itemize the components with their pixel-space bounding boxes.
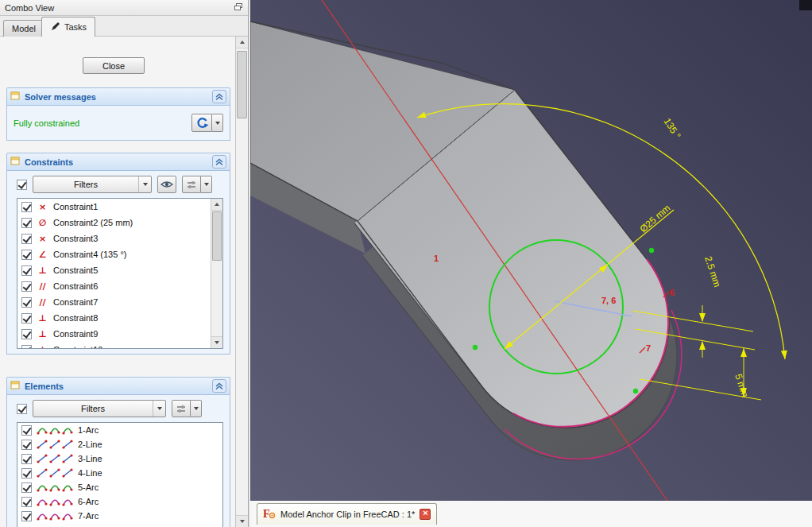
constraint-row[interactable]: //Constraint6 xyxy=(17,278,222,294)
constraint-row[interactable]: ⊥Constraint10 xyxy=(17,342,222,349)
settings-button[interactable] xyxy=(172,400,191,417)
constraints-master-checkbox[interactable] xyxy=(17,180,27,190)
constraints-filter-dropdown[interactable]: Filters xyxy=(33,176,152,193)
document-tab[interactable]: F Model Anchor Clip in FreeCAD : 1* xyxy=(257,503,437,525)
sketch-point[interactable] xyxy=(649,248,654,253)
constraint-checkbox[interactable] xyxy=(21,281,32,292)
refresh-dropdown[interactable] xyxy=(212,114,223,132)
elements-body: Filters 1-Arc 2-Line 3-Lin xyxy=(6,394,230,527)
collapse-button[interactable] xyxy=(212,90,226,103)
elements-filter-dropdown[interactable]: Filters xyxy=(33,400,166,417)
element-checkbox[interactable] xyxy=(21,497,32,507)
constraint-checkbox[interactable] xyxy=(21,202,32,212)
element-checkbox[interactable] xyxy=(21,425,32,436)
refresh-icon xyxy=(195,116,209,130)
element-row[interactable]: 4-Line xyxy=(17,466,222,480)
diameter-constraint-icon: ∅ xyxy=(37,218,48,228)
element-row[interactable]: 3-Line xyxy=(17,451,222,466)
dof-label: 7 xyxy=(646,343,651,353)
collapse-button[interactable] xyxy=(212,379,226,393)
element-label: 2-Line xyxy=(78,440,102,449)
element-checkbox[interactable] xyxy=(21,511,32,521)
constraint-checkbox[interactable] xyxy=(21,313,32,324)
scroll-up-arrow[interactable] xyxy=(236,37,248,48)
constraint-row[interactable]: ∠Constraint4 (135 °) xyxy=(17,246,222,262)
task-panel: Close Solver messages Fully constrained xyxy=(0,37,235,527)
settings-dropdown[interactable] xyxy=(191,400,202,417)
constraints-list-scrollbar[interactable] xyxy=(211,199,222,348)
freecad-window: Combo View Model Tasks Close xyxy=(0,0,812,527)
constraint-row[interactable]: //Constraint7 xyxy=(17,294,222,310)
arc-icon xyxy=(37,497,73,506)
freecad-icon: F xyxy=(263,507,276,521)
collapse-button[interactable] xyxy=(212,155,226,169)
tab-tasks[interactable]: Tasks xyxy=(41,17,95,37)
element-checkbox[interactable] xyxy=(21,482,32,493)
constraint-row[interactable]: ⊥Constraint5 xyxy=(17,262,222,278)
element-label: 1-Arc xyxy=(78,425,99,435)
element-checkbox[interactable] xyxy=(21,468,32,479)
constraint-row[interactable]: ⊥Constraint8 xyxy=(17,310,222,326)
element-label: 5-Arc xyxy=(78,482,99,492)
close-task-button[interactable]: Close xyxy=(83,57,145,74)
close-document-button[interactable] xyxy=(420,509,431,520)
constraints-body: Filters × xyxy=(6,170,230,355)
combo-view-titlebar: Combo View xyxy=(0,0,248,16)
3d-viewport[interactable]: Ø25 mm 135 ° 2.5 mm 5 mm xyxy=(250,0,812,501)
panel-icon xyxy=(10,155,21,169)
element-checkbox[interactable] xyxy=(21,454,32,464)
constraint-checkbox[interactable] xyxy=(21,297,32,308)
constraint-row[interactable]: ×Constraint1 xyxy=(17,199,222,215)
panel-scrollbar[interactable] xyxy=(235,37,248,527)
constraint-checkbox[interactable] xyxy=(21,218,32,228)
element-label: 6-Arc xyxy=(78,497,99,506)
tab-model[interactable]: Model xyxy=(3,20,44,37)
constraint-checkbox[interactable] xyxy=(21,265,32,276)
scroll-down-arrow[interactable] xyxy=(236,515,248,527)
solver-messages-title: Solver messages xyxy=(25,92,208,102)
chevron-up-icon xyxy=(215,93,224,101)
constraints-list: ×Constraint1 ∅Constraint2 (25 mm) ×Const… xyxy=(17,198,223,349)
constraint-checkbox[interactable] xyxy=(21,345,32,350)
constraints-title: Constraints xyxy=(25,157,208,167)
element-checkbox[interactable] xyxy=(21,440,32,450)
element-row[interactable]: 6-Arc xyxy=(17,494,222,509)
show-hide-constraints-button[interactable] xyxy=(157,176,176,193)
constraint-label: Constraint2 (25 mm) xyxy=(53,218,133,227)
refresh-button[interactable] xyxy=(191,114,212,132)
element-row[interactable]: 7-Arc xyxy=(17,509,222,523)
scrollbar-thumb[interactable] xyxy=(237,51,247,118)
elements-master-checkbox[interactable] xyxy=(17,404,27,414)
scroll-up-arrow[interactable] xyxy=(211,199,222,211)
constraint-checkbox[interactable] xyxy=(21,250,32,260)
chevron-up-icon xyxy=(215,382,224,390)
settings-dropdown[interactable] xyxy=(201,176,212,193)
arc-icon xyxy=(37,482,73,492)
scrollbar-thumb[interactable] xyxy=(212,211,222,261)
element-row[interactable]: 5-Arc xyxy=(17,480,222,494)
scroll-down-arrow[interactable] xyxy=(211,336,222,348)
constraint-row[interactable]: ×Constraint3 xyxy=(17,231,222,246)
perpendicular-constraint-icon: ⊥ xyxy=(37,329,48,339)
constraint-label: Constraint7 xyxy=(53,297,98,307)
constraint-row[interactable]: ⊥Constraint9 xyxy=(17,326,222,342)
element-row[interactable]: 2-Line xyxy=(17,437,222,451)
float-panel-icon[interactable] xyxy=(234,2,243,13)
sketch-point[interactable] xyxy=(473,345,478,350)
element-label: 4-Line xyxy=(78,468,102,478)
constraint-row[interactable]: ∅Constraint2 (25 mm) xyxy=(17,215,222,231)
solver-messages-body: Fully constrained xyxy=(6,105,230,141)
elements-title: Elements xyxy=(25,382,208,391)
line-icon xyxy=(37,454,73,463)
eye-icon xyxy=(160,180,173,189)
perpendicular-constraint-icon: ⊥ xyxy=(37,265,48,276)
settings-button[interactable] xyxy=(182,176,201,193)
chevron-up-icon xyxy=(215,158,224,166)
sketch-point[interactable] xyxy=(633,389,638,393)
constraint-checkbox[interactable] xyxy=(21,234,32,244)
constraint-checkbox[interactable] xyxy=(21,329,32,339)
settings-icon xyxy=(186,179,197,190)
auto-update-split-button xyxy=(191,114,223,132)
element-row[interactable]: 1-Arc xyxy=(17,423,222,437)
solver-messages-section: Solver messages Fully constrained xyxy=(6,87,230,141)
